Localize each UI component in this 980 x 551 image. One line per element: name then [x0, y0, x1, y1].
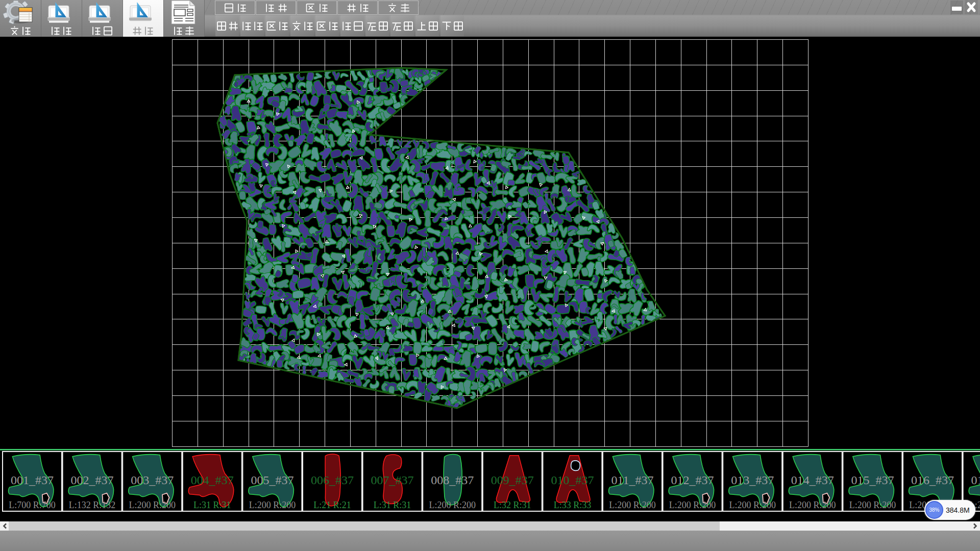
- svg-text:012_#37: 012_#37: [671, 473, 714, 487]
- svg-text:006_#37: 006_#37: [311, 473, 354, 487]
- svg-text:L:31 R:31: L:31 R:31: [374, 500, 411, 510]
- svg-text:011_#37: 011_#37: [611, 473, 653, 487]
- svg-text:004_#37: 004_#37: [191, 473, 234, 487]
- svg-text:013_#37: 013_#37: [731, 473, 774, 487]
- svg-text:L:200 R:200: L:200 R:200: [129, 500, 176, 510]
- svg-text:L:200 R:200: L:200 R:200: [249, 500, 296, 510]
- svg-text:005_#37: 005_#37: [251, 473, 293, 487]
- svg-text:017_#37: 017_#37: [971, 473, 980, 487]
- svg-text:L:700 R:700: L:700 R:700: [9, 500, 56, 510]
- svg-text:014_#37: 014_#37: [791, 473, 834, 487]
- svg-text:L:200 R:200: L:200 R:200: [789, 500, 836, 510]
- svg-text:L:200 R:200: L:200 R:200: [849, 500, 896, 510]
- svg-text:L:21 R:21: L:21 R:21: [313, 500, 351, 510]
- svg-text:L:33 R:33: L:33 R:33: [554, 500, 592, 510]
- svg-text:015_#37: 015_#37: [851, 473, 894, 487]
- svg-text:002_#37: 002_#37: [71, 473, 114, 487]
- svg-text:L:132 R:132: L:132 R:132: [69, 500, 116, 510]
- svg-text:L:200 R:200: L:200 R:200: [429, 500, 476, 510]
- svg-text:003_#37: 003_#37: [131, 473, 174, 487]
- svg-text:016_#37: 016_#37: [911, 473, 954, 487]
- svg-text:L:31 R:31: L:31 R:31: [193, 500, 231, 510]
- svg-text:L:200 R:200: L:200 R:200: [669, 500, 716, 510]
- svg-text:L:200 R:200: L:200 R:200: [609, 500, 656, 510]
- svg-text:001_#37: 001_#37: [11, 473, 54, 487]
- svg-text:010_#37: 010_#37: [551, 473, 594, 487]
- svg-text:009_#37: 009_#37: [491, 473, 534, 487]
- svg-text:007_#37: 007_#37: [371, 473, 414, 487]
- svg-text:L:32 R:31: L:32 R:31: [494, 500, 531, 510]
- svg-text:008_#37: 008_#37: [431, 473, 474, 487]
- svg-text:L:200 R:200: L:200 R:200: [729, 500, 776, 510]
